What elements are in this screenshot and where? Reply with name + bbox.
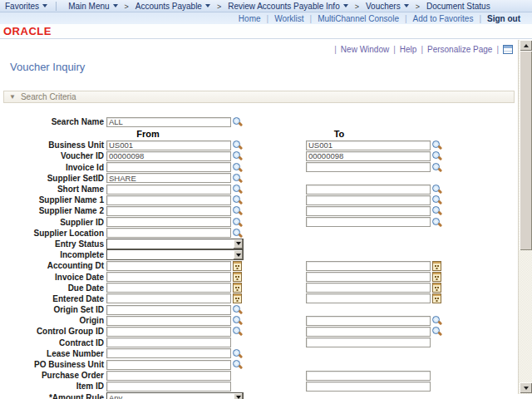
- divider: |: [334, 45, 337, 54]
- lookup-icon[interactable]: [232, 205, 244, 216]
- breadcrumb-item-document-status[interactable]: Document Status: [421, 2, 495, 11]
- breadcrumb-item-accounts-payable[interactable]: Accounts Payable: [131, 2, 215, 11]
- amount-rule-from-select[interactable]: Any: [106, 392, 244, 399]
- lookup-icon[interactable]: [232, 150, 244, 161]
- supplier-name-2-to-input[interactable]: [306, 206, 431, 216]
- utility-link-home[interactable]: Home: [239, 14, 261, 23]
- calendar-icon[interactable]: [432, 293, 441, 303]
- dropdown-icon[interactable]: [233, 250, 243, 259]
- lease-number-from-input[interactable]: [106, 348, 231, 358]
- lookup-icon[interactable]: [431, 184, 443, 195]
- lookup-icon[interactable]: [232, 173, 244, 184]
- invoice-id-to-input[interactable]: [306, 162, 431, 172]
- utility-link-worklist[interactable]: Worklist: [274, 14, 303, 23]
- origin-from-input[interactable]: [106, 316, 231, 326]
- dropdown-icon[interactable]: [233, 239, 243, 249]
- origin-to-input[interactable]: [306, 316, 431, 326]
- scroll-up-button[interactable]: [520, 40, 532, 51]
- lookup-icon[interactable]: [232, 348, 244, 359]
- supplier-setid-from-input[interactable]: [106, 173, 231, 183]
- invoice-id-from-input[interactable]: [106, 162, 231, 172]
- control-group-id-from-input[interactable]: [106, 327, 231, 337]
- calendar-icon[interactable]: [432, 272, 441, 282]
- purchase-order-from-input[interactable]: [106, 371, 231, 381]
- lookup-icon[interactable]: [431, 326, 443, 337]
- scroll-down-button[interactable]: [520, 382, 532, 393]
- breadcrumb-item-vouchers[interactable]: Vouchers: [361, 2, 414, 11]
- lookup-icon[interactable]: [232, 315, 244, 326]
- lookup-icon[interactable]: [232, 195, 244, 205]
- voucher-id-from-input[interactable]: [106, 151, 231, 161]
- search-name-input[interactable]: [106, 117, 231, 127]
- invoice-date-to-input[interactable]: [306, 272, 431, 282]
- accounting-dt-to-input[interactable]: [306, 261, 431, 271]
- business-unit-to-input[interactable]: [306, 140, 431, 150]
- supplier-id-to-input[interactable]: [306, 217, 431, 227]
- vertical-scrollbar[interactable]: [518, 40, 532, 394]
- supplier-location-from-input[interactable]: [106, 228, 231, 238]
- due-date-from-input[interactable]: [106, 283, 231, 293]
- accounting-dt-from-input[interactable]: [106, 261, 231, 271]
- personalize-layout-icon[interactable]: [503, 45, 513, 54]
- lookup-icon[interactable]: [232, 359, 244, 370]
- lookup-icon[interactable]: [431, 140, 443, 150]
- invoice-date-from-input[interactable]: [106, 272, 231, 282]
- calendar-icon[interactable]: [233, 293, 242, 303]
- lookup-icon[interactable]: [431, 195, 443, 205]
- control-group-id-to-input[interactable]: [306, 327, 431, 337]
- lookup-icon[interactable]: [431, 162, 443, 173]
- dropdown-icon[interactable]: [233, 393, 243, 399]
- collapse-triangle-icon[interactable]: ▼: [9, 94, 16, 101]
- supplier-name-2-from-input[interactable]: [106, 206, 231, 216]
- entry-status-from-select[interactable]: [106, 239, 244, 249]
- lookup-icon[interactable]: [232, 184, 244, 195]
- divider: |: [393, 45, 396, 54]
- utility-link-multichannel-console[interactable]: MultiChannel Console: [318, 14, 399, 23]
- voucher-id-to-input[interactable]: [306, 151, 431, 161]
- pagebar-link-help[interactable]: Help: [400, 45, 417, 54]
- incomplete-from-select[interactable]: [106, 249, 244, 260]
- pagebar-link-personalize-page[interactable]: Personalize Page: [427, 45, 492, 54]
- due-date-to-input[interactable]: [306, 283, 431, 293]
- short-name-to-input[interactable]: [306, 185, 431, 195]
- po-business-unit-from-input[interactable]: [106, 360, 231, 370]
- lookup-icon[interactable]: [232, 162, 244, 173]
- utility-link-add-to-favorites[interactable]: Add to Favorites: [413, 14, 474, 23]
- lookup-icon[interactable]: [431, 217, 443, 228]
- supplier-id-from-input[interactable]: [106, 217, 231, 227]
- lookup-icon[interactable]: [232, 304, 244, 315]
- purchase-order-label: Purchase Order: [0, 371, 106, 380]
- breadcrumb-separator: >: [125, 2, 129, 11]
- lookup-icon[interactable]: [431, 205, 443, 216]
- contract-id-from-input[interactable]: [106, 337, 231, 347]
- entered-date-to-input[interactable]: [306, 293, 431, 303]
- supplier-name-1-to-input[interactable]: [306, 195, 431, 205]
- calendar-icon[interactable]: [432, 283, 441, 293]
- item-id-from-input[interactable]: [106, 382, 231, 392]
- lookup-icon[interactable]: [232, 116, 244, 127]
- utility-link-sign-out[interactable]: Sign out: [487, 14, 520, 23]
- calendar-icon[interactable]: [233, 261, 242, 271]
- lookup-icon[interactable]: [232, 217, 244, 228]
- pagebar-link-new-window[interactable]: New Window: [341, 45, 389, 54]
- purchase-order-to-input[interactable]: [306, 371, 431, 381]
- lookup-icon[interactable]: [232, 140, 244, 150]
- calendar-icon[interactable]: [233, 283, 242, 293]
- lookup-icon[interactable]: [232, 326, 244, 337]
- breadcrumb-item-main-menu[interactable]: Main Menu: [63, 2, 122, 11]
- menu-favorites[interactable]: Favorites: [0, 2, 52, 11]
- entered-date-from-input[interactable]: [106, 293, 231, 303]
- lookup-icon[interactable]: [232, 228, 244, 239]
- short-name-from-input[interactable]: [106, 185, 231, 195]
- calendar-icon[interactable]: [233, 272, 242, 282]
- contract-id-to-input[interactable]: [306, 337, 431, 347]
- supplier-name-1-from-input[interactable]: [106, 195, 231, 205]
- lookup-icon[interactable]: [431, 315, 443, 326]
- origin-set-id-from-input[interactable]: [106, 305, 231, 315]
- item-id-to-input[interactable]: [306, 382, 431, 392]
- lookup-icon[interactable]: [431, 150, 443, 161]
- calendar-icon[interactable]: [432, 261, 441, 271]
- business-unit-from-input[interactable]: [106, 140, 231, 150]
- scrollbar-thumb[interactable]: [520, 51, 532, 250]
- breadcrumb-item-review-accounts-payable-info[interactable]: Review Accounts Payable Info: [223, 2, 353, 11]
